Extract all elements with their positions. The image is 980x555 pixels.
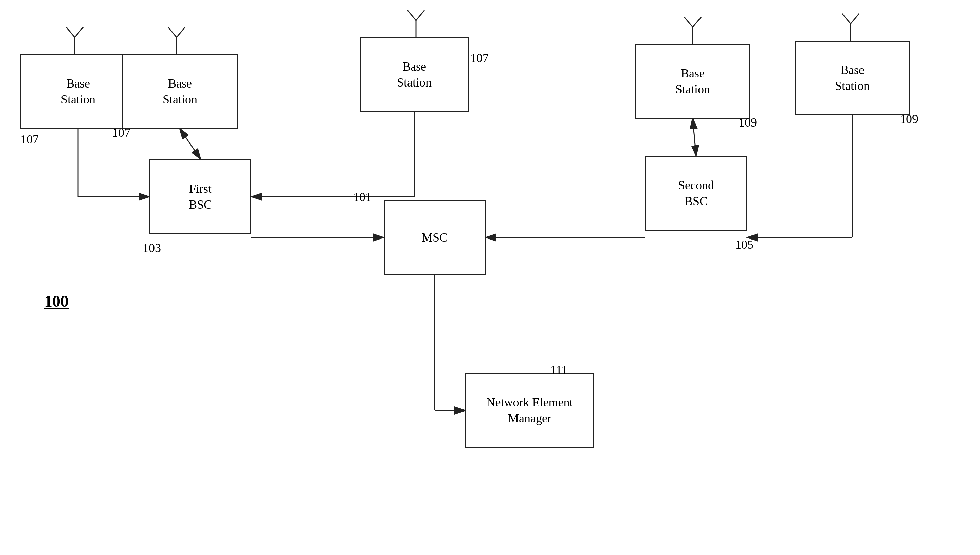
- network-element-manager: Network ElementManager: [465, 373, 594, 448]
- svg-line-4: [180, 129, 200, 159]
- base-station-5: BaseStation: [795, 41, 910, 115]
- svg-line-27: [842, 14, 851, 24]
- msc: MSC: [384, 200, 486, 275]
- label-109-bs4: 109: [739, 115, 757, 130]
- antenna-bs4: [679, 10, 706, 44]
- svg-line-24: [684, 17, 693, 27]
- label-103: 103: [143, 241, 161, 255]
- base-station-2: BaseStation: [122, 54, 238, 129]
- label-101: 101: [353, 190, 372, 204]
- svg-line-15: [66, 27, 75, 37]
- base-station-1: BaseStation: [20, 54, 136, 129]
- antenna-bs2: [163, 20, 190, 54]
- base-station-3: BaseStation: [360, 37, 468, 112]
- svg-line-18: [168, 27, 177, 37]
- label-107-bs3: 107: [470, 51, 489, 65]
- label-100: 100: [44, 292, 69, 310]
- svg-line-25: [693, 17, 701, 27]
- svg-line-9: [693, 119, 696, 156]
- svg-line-21: [407, 10, 416, 20]
- label-109-bs5: 109: [900, 112, 918, 126]
- label-111: 111: [550, 363, 567, 377]
- svg-line-28: [851, 14, 859, 24]
- diagram-container: BaseStation BaseStation BaseStation Base…: [0, 0, 980, 555]
- svg-line-16: [75, 27, 83, 37]
- label-107-bs2: 107: [112, 125, 130, 140]
- second-bsc: SecondBSC: [645, 156, 747, 231]
- base-station-4: BaseStation: [635, 44, 750, 119]
- svg-line-22: [416, 10, 425, 20]
- first-bsc: FirstBSC: [150, 159, 251, 234]
- antenna-bs3: [402, 3, 430, 37]
- label-107-bs1: 107: [20, 132, 39, 146]
- label-105: 105: [735, 237, 753, 252]
- svg-line-19: [177, 27, 185, 37]
- antenna-bs5: [837, 7, 864, 41]
- antenna-bs1: [61, 20, 88, 54]
